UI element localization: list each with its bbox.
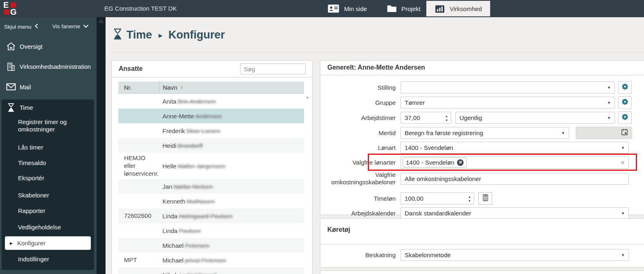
sidebar-subitem-rapporter[interactable]: Rapporter [18,207,45,214]
valgfrie-omkostningsskabeloner-input[interactable]: Alle omkostningsskabeloner [401,173,629,185]
eg-logo[interactable]: E G [3,2,16,15]
sidebar-subitem-eksporter[interactable]: Eksportér [18,174,44,181]
employee-name: Anne-MetteAndersen [159,113,304,120]
employee-nr [118,199,159,203]
employee-redacted-name: Brandorff [178,142,203,149]
sidebar-subitem-skabeloner[interactable]: Skabeloner [18,192,49,199]
employee-redacted-name: Holmgaard Poulsen [179,213,233,220]
mertid-select[interactable]: Beregn fra første registrering [401,127,569,139]
column-header-navn[interactable]: Navn ↑ [159,82,304,93]
employee-name: AnitaBrix Andersen [159,98,304,105]
scroll-up-icon[interactable]: ▲ [305,95,310,99]
calculator-icon [482,194,489,203]
table-row[interactable]: MichaelPetersen [118,238,304,253]
gear-icon [621,98,629,107]
sidebar-subitem-konfigurer-active[interactable]: ▶ Konfigurer [5,236,91,250]
employee-name: FrederikSkov Larsen [159,127,304,134]
clear-field-icon[interactable]: × [620,159,625,166]
arbejdstimer-period-select[interactable]: Ugentlig [455,112,615,124]
employee-redacted-name: Mathiasen [187,198,215,205]
arbejdskalender-select[interactable]: Dansk standardkalender [401,207,629,219]
general-panel-title: Generelt: Anne-Mette Andersen [327,64,425,71]
field-label: Arbejdstimer [320,114,401,122]
table-row[interactable]: LindaPoulsen [118,223,304,238]
employee-search-input[interactable] [240,63,306,75]
breadcrumb-section[interactable]: Time [126,29,152,41]
table-row[interactable]: JanNørbo Nielsen [118,179,304,194]
column-header-nr[interactable]: Nr. [118,84,159,91]
sidebar-subitem-las-timer[interactable]: Lås timer [18,144,43,151]
employee-redacted-name: s Kjeldgaard [182,272,216,274]
timelon-calculator-button[interactable] [478,192,492,205]
scroll-up-icon[interactable] [98,19,104,23]
spinner-arrows[interactable]: ▲▼ [445,114,448,121]
input-value: Alle omkostningsskabeloner [405,175,481,182]
form-row-valgfrie-lonarter: Valgfrie lønarter 1400 - Svendeløn ✕ × [320,156,644,169]
mertid-calendar-button[interactable] [576,127,632,139]
table-row[interactable]: Nikolais Kjeldgaard [118,267,304,274]
show-tabs-button[interactable]: Vis fanerne [52,23,89,29]
gruppe-select[interactable]: Tømrer [401,97,615,109]
sidebar-item-label: Virksomhedsadministration [20,63,91,70]
table-row[interactable]: AnitaBrix Andersen [118,94,304,109]
employee-first-name: Linda [162,213,178,220]
tag-remove-icon[interactable]: ✕ [457,159,464,166]
sidebar-item-oversigt[interactable]: Oversigt [0,38,97,54]
beskatning-select[interactable]: Skabelonmetode [401,249,629,261]
select-value: Skabelonmetode [405,251,451,258]
tab-virksomhed-active[interactable]: Virksomhed [426,1,490,16]
stilling-select[interactable] [401,82,615,93]
factory-icon [435,4,445,13]
logo-letter-g: G [10,9,16,15]
employee-name: HelleMøller Jørgensen [159,163,304,170]
sidebar-item-virksomhedsadministration[interactable]: Virksomhedsadministration [0,59,97,75]
stilling-settings-button[interactable] [618,81,632,94]
sidebar-item-time[interactable]: Time [0,99,97,115]
spinner-down-icon[interactable]: ▼ [445,118,448,121]
sidebar-subitem-registrer-timer[interactable]: Registrer timer og omkostninger [18,118,88,133]
timelon-input[interactable]: 100,00 ▲▼ [401,192,474,204]
spinner-arrows[interactable]: ▲▼ [468,195,471,202]
sidebar-scrollbar[interactable] [97,17,106,274]
breadcrumb-arrow-icon: ▶ [159,32,163,38]
spinner-up-icon[interactable]: ▲ [445,114,448,117]
employees-panel: Ansatte Nr. Navn ↑ AnitaBrix Andersen An… [111,60,313,274]
employee-name: Nikolais Kjeldgaard [159,272,304,274]
table-row[interactable]: MPT Michaelprivat Petersen [118,253,304,267]
tag-label: 1400 - Svendeløn [406,159,454,166]
table-row-selected[interactable]: Anne-MetteAndersen [118,109,304,123]
arbejdstimer-settings-button[interactable] [618,111,632,124]
number-value: 100,00 [405,195,423,202]
table-row[interactable]: HeidiBrandorff [118,138,304,153]
sidebar-item-label: Mail [20,84,31,91]
employee-nr: HEMJO eller lønservicenr. [118,153,159,179]
employee-nr: 72602600 [118,211,159,222]
gruppe-settings-button[interactable] [618,96,632,109]
valgfrie-lonarter-field[interactable]: 1400 - Svendeløn ✕ × [401,156,629,169]
tab-min-side[interactable]: Min side [327,0,367,17]
spinner-up-icon[interactable]: ▲ [468,195,471,198]
spinner-down-icon[interactable]: ▼ [468,199,471,202]
table-row[interactable]: HEMJO eller lønservicenr. HelleMøller Jø… [118,153,304,179]
building-icon [6,62,16,71]
employees-list-scrollbar[interactable]: ▲ [305,95,310,274]
sidebar-subitem-timesaldo[interactable]: Timesaldo [18,159,46,166]
arbejdstimer-input[interactable]: 37,00 ▲▼ [401,112,451,124]
chevron-left-icon [34,23,38,30]
sidebar-subitem-indstillinger[interactable]: Indstillinger [18,256,49,263]
hide-menu-button[interactable]: Skjul menu [4,23,38,30]
breadcrumb-page-title: Konfigurer [169,29,225,41]
lonart-select[interactable]: 1400 - Svendeløn [401,142,629,154]
lonart-tag[interactable]: 1400 - Svendeløn ✕ [403,157,467,168]
sidebar-item-mail[interactable]: Mail [0,79,97,95]
employee-redacted-name: Poulsen [179,227,201,234]
employee-first-name: Nikolai [162,272,181,274]
gear-icon [621,113,629,122]
table-row[interactable]: 72602600 LindaHolmgaard Poulsen [118,208,304,223]
tab-projekt[interactable]: Projekt [387,0,421,17]
table-row[interactable]: KennethMathiasen [118,194,304,208]
field-label: Arbejdskalender [320,210,401,217]
table-row[interactable]: FrederikSkov Larsen [118,123,304,138]
sidebar-subitem-vedligeholdelse[interactable]: Vedligeholdelse [18,224,61,231]
general-form: Stilling Gruppe Tømrer Arbejdstimer [320,81,644,222]
